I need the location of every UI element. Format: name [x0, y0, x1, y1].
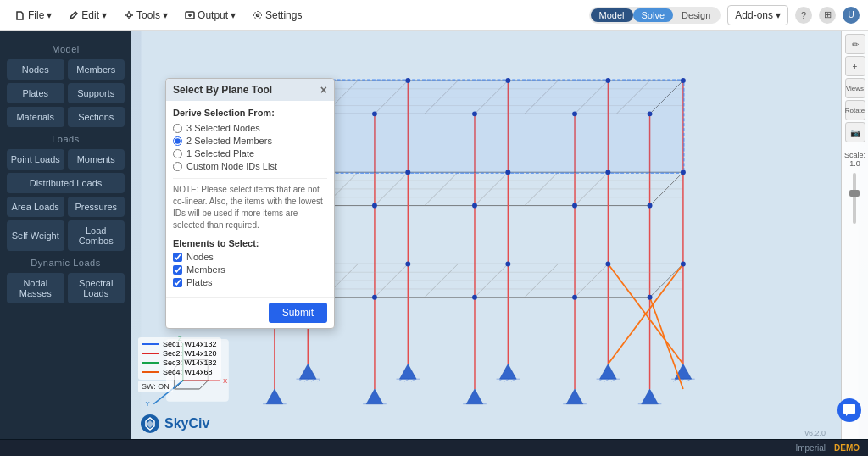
members-button[interactable]: Members	[68, 59, 125, 80]
legend-color-3	[142, 362, 159, 364]
svg-point-123	[648, 111, 653, 116]
option-1-plate[interactable]: 1 Selected Plate	[173, 148, 327, 158]
svg-point-137	[605, 261, 610, 266]
svg-text:X: X	[223, 377, 228, 385]
topbar: File ▾ Edit ▾ Tools ▾ Output ▾ Settings …	[0, 0, 868, 31]
svg-point-0	[127, 14, 131, 17]
svg-point-143	[648, 295, 653, 300]
tools-menu[interactable]: Tools ▾	[117, 6, 175, 25]
dialog-body: Derive Selection From: 3 Selected Nodes …	[166, 101, 334, 297]
nodes-checkbox[interactable]	[173, 253, 182, 262]
materials-button[interactable]: Materials	[7, 107, 64, 127]
user-avatar[interactable]: U	[843, 7, 860, 24]
help-button[interactable]: ?	[795, 7, 812, 24]
camera-tool[interactable]: 📷	[845, 122, 865, 142]
legend-item-1: Sec1: W14x132	[142, 340, 217, 348]
option-2-members[interactable]: 2 Selected Members	[173, 136, 327, 146]
scale-value: 1.0	[844, 159, 865, 168]
scale-track	[853, 173, 856, 224]
supports-button[interactable]: Supports	[68, 83, 125, 103]
option-3-nodes[interactable]: 3 Selected Nodes	[173, 123, 327, 133]
select-by-plane-dialog: Select By Plane Tool × Derive Selection …	[165, 78, 335, 329]
views-button[interactable]: Views	[845, 78, 865, 98]
dynamic-loads-section-title: Dynamic Loads	[7, 258, 125, 268]
version-badge: v6.2.0	[804, 429, 826, 437]
checkbox-plates[interactable]: Plates	[173, 277, 327, 287]
plates-checkbox[interactable]	[173, 278, 182, 287]
scale-slider[interactable]	[844, 171, 865, 225]
rotate-button[interactable]: Rotate	[845, 100, 865, 120]
checkbox-nodes[interactable]: Nodes	[173, 252, 327, 262]
self-weight-button[interactable]: Self Weight	[7, 220, 64, 251]
area-loads-button[interactable]: Area Loads	[7, 197, 64, 217]
point-loads-button[interactable]: Point Loads	[7, 149, 64, 170]
svg-point-131	[472, 203, 477, 209]
dialog-footer: Submit	[166, 297, 334, 328]
chat-icon	[843, 403, 856, 417]
svg-point-2	[257, 14, 259, 16]
grid-button[interactable]: ⊞	[819, 7, 836, 24]
dialog-close-button[interactable]: ×	[320, 84, 327, 96]
checkbox-members[interactable]: Members	[173, 264, 327, 275]
loads-grid: Point Loads Moments	[7, 149, 125, 170]
tab-model[interactable]: Model	[591, 8, 633, 22]
load-combos-button[interactable]: Load Combos	[68, 220, 125, 251]
moments-button[interactable]: Moments	[68, 149, 125, 170]
viewport-canvas[interactable]: X Z Y Sec1: W14x132 Sec2: W14x120	[131, 31, 868, 439]
legend-color-4	[142, 371, 159, 373]
submit-button[interactable]: Submit	[269, 303, 327, 323]
svg-point-122	[572, 111, 577, 116]
svg-point-121	[472, 111, 477, 116]
legend-item-4: Sec4: W14x68	[142, 368, 217, 376]
tab-solve[interactable]: Solve	[633, 8, 674, 22]
viewport[interactable]: X Z Y Sec1: W14x132 Sec2: W14x120	[131, 31, 868, 439]
plus-tool[interactable]: +	[845, 56, 865, 76]
svg-point-138	[681, 261, 686, 266]
tab-design[interactable]: Design	[673, 8, 719, 22]
distributed-loads-button[interactable]: Distributed Loads	[7, 173, 125, 193]
dialog-header[interactable]: Select By Plane Tool ×	[166, 79, 334, 101]
sections-button[interactable]: Sections	[68, 107, 125, 127]
radio-custom-nodes[interactable]	[173, 162, 182, 171]
spectral-loads-button[interactable]: Spectral Loads	[68, 273, 125, 303]
svg-point-126	[505, 170, 510, 175]
settings-menu[interactable]: Settings	[246, 6, 309, 25]
scale-control: Scale: 1.0	[844, 151, 865, 225]
addons-menu[interactable]: Add-ons ▾	[727, 5, 788, 25]
edit-menu[interactable]: Edit ▾	[62, 6, 114, 25]
legend-item-2: Sec2: W14x120	[142, 349, 217, 358]
support-button[interactable]	[837, 398, 861, 422]
svg-point-125	[405, 170, 410, 175]
right-panel: ✏ + Views Rotate 📷 Scale: 1.0	[841, 31, 868, 439]
legend-color-2	[142, 353, 159, 354]
dynamic-loads-grid: Nodal Masses Spectral Loads	[7, 273, 125, 303]
svg-point-130	[372, 203, 377, 209]
radio-1-plate[interactable]	[173, 149, 182, 158]
legend-label-4: Sec4: W14x68	[163, 368, 213, 376]
svg-text:Y: Y	[145, 400, 150, 408]
legend-item-3: Sec3: W14x132	[142, 359, 217, 367]
sidebar: Model Nodes Members Plates Supports Mate…	[0, 31, 131, 439]
pencil-tool[interactable]: ✏	[845, 34, 865, 54]
skyciv-logo: SkyCiv	[140, 414, 209, 434]
plates-button[interactable]: Plates	[7, 83, 64, 103]
svg-point-118	[681, 78, 686, 83]
pressures-button[interactable]: Pressures	[68, 197, 125, 217]
legend: Sec1: W14x132 Sec2: W14x120 Sec3: W14x13…	[138, 337, 221, 380]
nodes-button[interactable]: Nodes	[7, 59, 64, 80]
units-label: Imperial	[795, 443, 826, 453]
radio-3-nodes[interactable]	[173, 124, 182, 133]
option-custom-nodes[interactable]: Custom Node IDs List	[173, 161, 327, 171]
derive-selection-label: Derive Selection From:	[173, 108, 327, 118]
nodal-masses-button[interactable]: Nodal Masses	[7, 273, 64, 303]
file-menu[interactable]: File ▾	[8, 6, 58, 25]
model-section-title: Model	[7, 44, 125, 54]
sw-indicator: SW: ON	[138, 381, 173, 392]
scale-thumb[interactable]	[849, 190, 860, 197]
members-checkbox[interactable]	[173, 265, 182, 275]
svg-point-140	[372, 295, 377, 300]
svg-point-132	[572, 203, 577, 209]
radio-2-members[interactable]	[173, 136, 182, 146]
output-menu[interactable]: Output ▾	[178, 6, 242, 25]
svg-point-135	[405, 261, 410, 266]
